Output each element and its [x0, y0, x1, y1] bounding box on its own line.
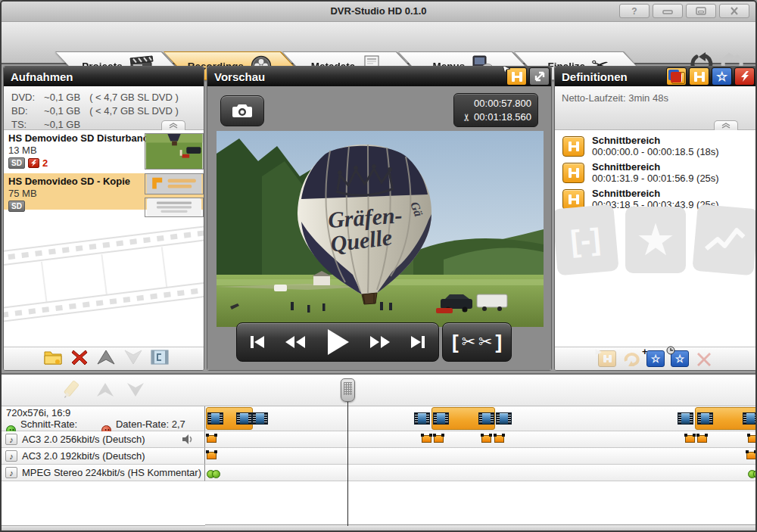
cut-region-item[interactable]: Schnittbereich 00:01:31.9 - 00:01:56.9 (… — [555, 160, 756, 186]
open-folder-button[interactable] — [43, 349, 63, 369]
cut-regions-all-button[interactable] — [666, 67, 687, 86]
audio-cut-marker[interactable] — [697, 435, 707, 443]
set-cut-at-cursor-button[interactable] — [506, 67, 527, 86]
current-time: 00:00:57.800 — [454, 97, 531, 110]
audio-track-label[interactable]: ♪ MPEG Stereo 224kbit/s (HS Kommentar) — [2, 465, 205, 481]
vorschau-panel: Vorschau 00:00:57.800 ✂00:01:18.560 — [207, 66, 552, 371]
timeline-down-icon[interactable] — [126, 381, 145, 402]
audio-track-label[interactable]: ♪ AC3 2.0 192kbit/s (Deutsch) — [2, 448, 205, 465]
cut-region-icon — [562, 163, 584, 183]
video-track-label: 720x576i, 16:9 Schnitt-Rate: 0,2 s Daten… — [2, 406, 205, 431]
track-labels-column: 720x576i, 16:9 Schnitt-Rate: 0,2 s Daten… — [2, 406, 205, 532]
refresh-cut-button[interactable] — [622, 350, 640, 367]
cut-region-item[interactable]: Schnittbereich 00:03:18.5 - 00:03:43.9 (… — [555, 186, 756, 213]
goto-cut-button[interactable]: ► — [598, 350, 616, 367]
audio-cut-marker[interactable] — [434, 435, 444, 443]
audio-cut-marker[interactable] — [685, 435, 695, 443]
fast-forward-button[interactable] — [361, 325, 399, 359]
minimize-button[interactable] — [653, 4, 683, 18]
disturbance-flag-icon — [28, 158, 39, 168]
film-frame-marker[interactable] — [478, 412, 494, 425]
collapse-list-button[interactable] — [161, 120, 185, 130]
film-frame-marker[interactable] — [496, 412, 512, 425]
audio-cut-marker[interactable] — [481, 435, 491, 443]
cut-region-icon — [562, 189, 584, 210]
title-bar: DVR-Studio HD 0.1.0 ? — [2, 2, 755, 22]
signal-watermark-icon — [693, 204, 757, 276]
music-note-icon: ♪ — [5, 450, 17, 462]
aufnahmen-header: Aufnahmen — [4, 67, 204, 86]
cut-in-button[interactable]: ✂ — [462, 332, 475, 352]
disturbance-count: 2 — [42, 157, 48, 169]
edit-pencil-icon[interactable] — [62, 379, 85, 403]
aufnahmen-toolbar — [4, 347, 204, 370]
cut-in-out-controls: [ ✂ ✂ ] — [442, 322, 512, 362]
audio-sync-dots[interactable] — [748, 470, 757, 477]
film-frame-marker[interactable] — [252, 412, 268, 425]
aufnahmen-panel: Aufnahmen DVD:~0,1 GB( < 4,7 GB SL DVD )… — [3, 66, 204, 371]
definitionen-header: Definitionen ☆ — [555, 67, 756, 86]
audio-cut-marker[interactable] — [422, 435, 431, 443]
audio-cut-marker[interactable] — [207, 435, 217, 443]
delete-definition-button[interactable] — [695, 350, 713, 367]
star-watermark-icon: ★ — [625, 207, 687, 273]
audio-cut-marker[interactable] — [748, 435, 757, 443]
cut-time-scissors-icon: ✂ — [461, 114, 475, 122]
film-frame-marker[interactable] — [236, 412, 252, 425]
maximize-button[interactable] — [686, 4, 716, 18]
film-frame-marker[interactable] — [207, 412, 223, 425]
bookmark-button[interactable]: ☆ — [712, 67, 732, 86]
snapshot-button[interactable] — [220, 95, 264, 126]
music-note-icon: ♪ — [5, 467, 17, 478]
aufnahmen-title: Aufnahmen — [11, 70, 73, 83]
collapse-definitions-button[interactable] — [714, 120, 738, 130]
film-frame-marker[interactable] — [678, 412, 693, 425]
cut-time: 00:01:18.560 — [474, 110, 531, 124]
audio-cut-marker[interactable] — [494, 435, 504, 443]
nav-bar: Projects Recordings Metadata — [2, 22, 755, 64]
sd-badge: SD — [8, 157, 25, 169]
video-preview[interactable]: Gräfen- Quelle Gä — [217, 131, 544, 327]
disturbance-button[interactable] — [734, 67, 755, 86]
close-button[interactable] — [719, 4, 749, 18]
add-bookmark-button[interactable]: ☆+ — [646, 350, 665, 367]
skip-start-button[interactable] — [238, 325, 276, 359]
cut-region-button[interactable] — [689, 67, 709, 86]
fullscreen-button[interactable] — [529, 67, 550, 86]
frame-view-button[interactable] — [151, 349, 169, 369]
add-timed-bookmark-button[interactable]: ☆ — [671, 350, 689, 367]
sd-badge: SD — [8, 201, 25, 212]
expand-icon — [534, 70, 546, 82]
bd-capacity-row: BD:~0,1 GB( < 4,7 GB SL DVD ) — [11, 105, 186, 117]
cut-region-item[interactable]: Schnittbereich 00:00:00.0 - 00:00:18.5 (… — [555, 133, 756, 160]
recordings-list: HS Demovideo SD Disturbances 13 MB SD 2 … — [4, 130, 204, 245]
film-frame-marker[interactable] — [414, 412, 430, 425]
lightning-icon — [740, 71, 749, 82]
move-down-button[interactable] — [123, 349, 143, 369]
timeline-panel: 720x576i, 16:9 Schnitt-Rate: 0,2 s Daten… — [2, 373, 757, 532]
video-format: 720x576i, 16:9 — [6, 407, 201, 418]
audio-cut-marker[interactable] — [746, 452, 756, 459]
skip-end-button[interactable] — [399, 325, 437, 359]
cut-out-button[interactable]: ✂ — [478, 332, 492, 352]
timeline-up-icon[interactable] — [95, 381, 115, 402]
app-window: DVR-Studio HD 0.1.0 ? Projects Recording… — [0, 0, 757, 532]
audio-sync-dots[interactable] — [207, 470, 219, 477]
rewind-button[interactable] — [276, 325, 314, 359]
timeline-topbar — [2, 375, 757, 406]
audio-track-label[interactable]: ♪ AC3 2.0 256kbit/s (Deutsch) — [2, 431, 205, 448]
film-frame-marker[interactable] — [433, 412, 449, 425]
audio-cut-marker[interactable] — [207, 452, 217, 459]
cut-watermark-icon: [-] — [554, 204, 618, 276]
playhead-handle[interactable] — [341, 378, 355, 402]
vorschau-body: 00:00:57.800 ✂00:01:18.560 — [207, 86, 551, 370]
vorschau-title: Vorschau — [214, 70, 265, 83]
help-button[interactable]: ? — [619, 4, 650, 18]
film-frame-marker[interactable] — [697, 412, 713, 425]
definitions-list: Schnittbereich 00:00:00.0 - 00:00:18.5 (… — [555, 130, 756, 213]
delete-recording-button[interactable] — [70, 348, 89, 369]
move-up-button[interactable] — [96, 349, 116, 369]
film-frame-marker[interactable] — [743, 412, 757, 425]
play-button[interactable] — [314, 325, 361, 359]
cursor-arrow-icon — [502, 66, 512, 78]
